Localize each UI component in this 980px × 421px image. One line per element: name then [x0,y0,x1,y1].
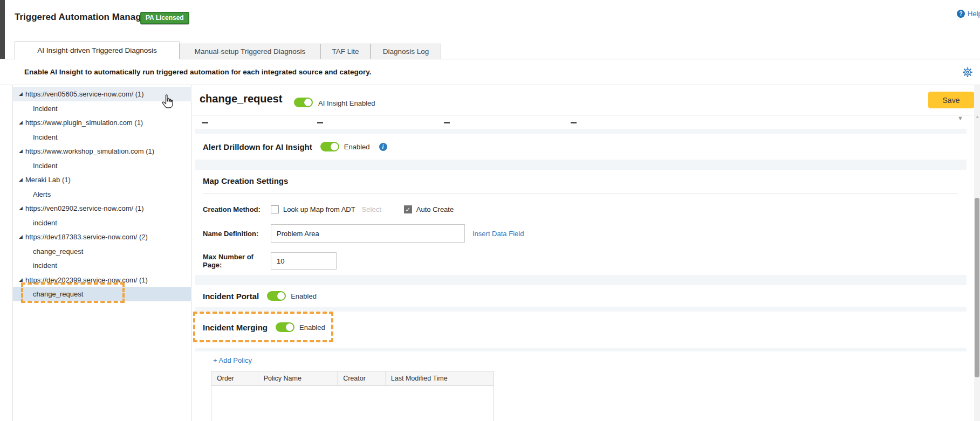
column-last-modified-time: Last Modified Time [386,371,494,385]
tree-expand-icon[interactable]: ◢ [19,273,23,287]
clipped-content-mark [444,122,450,123]
tree-group[interactable]: ◢https://dev202399.service-now.com/ (1) [13,273,191,287]
max-pages-input[interactable] [271,252,337,270]
toggle-knob [304,99,312,106]
clipped-content-mark [202,122,208,123]
ai-insight-toggle[interactable] [294,98,313,107]
tree-group-label: Meraki Lab (1) [25,172,71,187]
tree-group-label: https://ven02902.service-now.com/ (1) [25,201,144,216]
incident-merging-section: Incident Merging Enabled [195,312,967,348]
tree-expand-icon[interactable]: ◢ [19,230,23,244]
name-definition-input[interactable] [271,224,465,243]
ai-insight-toggle-label: AI Insight Enabled [318,99,375,107]
tree-item[interactable]: Incident [13,101,191,116]
tree-expand-icon[interactable]: ◢ [19,115,23,130]
tab-manual-setup-triggered-diagnosis[interactable]: Manual-setup Triggered Diagnosis [180,44,320,59]
tree-group-label: https://dev187383.service-now.com/ (2) [25,230,148,244]
save-button[interactable]: Save [928,92,974,108]
tree-item-label: change_request [33,244,83,259]
vertical-scrollbar-thumb[interactable] [975,198,979,377]
tree-group[interactable]: ◢https://dev187383.service-now.com/ (2) [13,230,191,244]
alert-drilldown-label: Alert Drilldown for AI Insight [203,142,312,151]
info-icon[interactable]: i [379,143,387,151]
gear-icon[interactable] [962,67,973,78]
incident-merging-toggle[interactable] [276,322,294,332]
incident-portal-label: Incident Portal [203,292,259,301]
clipped-content-mark [571,122,577,123]
tree-group-label: https://dev202399.service-now.com/ (1) [25,273,148,287]
incident-merging-state: Enabled [299,323,325,332]
info-bar-text: Enable AI Insight to automatically run t… [24,59,372,85]
lookup-map-label: Look up Map from ADT [283,205,355,213]
clipped-content-mark [317,122,323,123]
tree-item-label: Alerts [33,187,51,202]
tree-item-label: Incident [33,130,58,144]
tab-diagnosis-log[interactable]: Diagnosis Log [371,44,441,59]
tree-group[interactable]: ◢https://ven02902.service-now.com/ (1) [13,201,191,216]
tree-expand-icon[interactable]: ◢ [19,172,23,187]
column-creator: Creator [338,371,386,385]
alert-drilldown-section: Alert Drilldown for AI Insight Enabled i [195,134,967,160]
tree-item-label: incident [33,258,57,273]
alert-drilldown-state: Enabled [344,143,370,151]
tree-item-selected[interactable]: change_request [13,287,191,301]
triggered-automation-manager-window: Triggered Automation Manager PA Licensed… [0,0,980,421]
help-label: Help [968,10,980,18]
toggle-knob [286,323,293,331]
tree-item-label: Incident [33,158,58,173]
incident-portal-state: Enabled [291,292,317,300]
tree-expand-icon[interactable]: ◢ [19,87,23,101]
section-gap [195,129,967,134]
tab-taf-lite[interactable]: TAF Lite [320,44,371,59]
info-bar: Enable AI Insight to automatically run t… [0,59,980,85]
section-gap [195,160,967,170]
name-definition-label: Name Definition: [203,230,271,238]
scroll-indicator-icon: ▼ [957,115,963,121]
content-divider [192,115,974,115]
insert-data-field-link[interactable]: Insert Data Field [472,230,524,238]
tree-item[interactable]: Alerts [13,187,191,202]
incident-portal-section: Incident Portal Enabled [195,285,967,307]
window-edge [0,0,5,59]
policy-table-header: Order Policy Name Creator Last Modified … [211,371,494,386]
tree-group[interactable]: ◢Meraki Lab (1) [13,172,191,187]
section-divider [203,193,958,194]
tab-ai-insight-driven-triggered-diagnosis[interactable]: AI Insight-driven Triggered Diagnosis [15,42,180,59]
toggle-knob [331,143,338,150]
tree-item-label: incident [33,216,57,230]
help-link[interactable]: ? Help [957,10,980,18]
tree-group[interactable]: ◢https://www.plugin_simulation.com (1) [13,115,191,130]
incident-merging-label: Incident Merging [203,323,268,332]
tree-expand-icon[interactable]: ◢ [19,144,23,158]
selected-category-title: change_request [200,93,282,105]
tree-item[interactable]: Incident [13,130,191,144]
alert-drilldown-toggle[interactable] [320,142,339,151]
policy-table-body-empty [211,386,494,421]
creation-method-label: Creation Method: [203,205,271,213]
column-policy-name: Policy Name [258,371,338,385]
map-creation-settings-section: Map Creation Settings Creation Method: L… [195,170,967,275]
tree-expand-icon[interactable]: ◢ [19,201,23,216]
incident-portal-toggle[interactable] [267,291,286,301]
section-gap [195,307,967,312]
tree-item[interactable]: change_request [13,244,191,259]
pa-licensed-badge: PA Licensed [140,12,189,24]
lookup-map-checkbox[interactable] [271,205,279,213]
help-icon: ? [957,10,965,18]
tree-item-label: Incident [33,101,58,116]
tree-item-label: change_request [33,287,83,301]
scrollbar-up-arrow-icon[interactable]: ▲ [975,114,979,119]
auto-create-checkbox[interactable]: ✓ [404,205,412,213]
tree-group[interactable]: ◢https://ven05605.service-now.com/ (1) [13,87,191,101]
tree-group-label: https://ven05605.service-now.com/ (1) [25,87,144,101]
merging-policy-section: + Add Policy Order Policy Name Creator L… [195,351,967,421]
select-link-disabled: Select [362,205,381,213]
add-policy-link[interactable]: + Add Policy [213,356,252,364]
section-gap [195,348,967,351]
tree-item[interactable]: incident [13,258,191,273]
toggle-knob [277,292,285,300]
tree-item[interactable]: Incident [13,158,191,173]
tree-group[interactable]: ◢https://www.workshop_simulation.com (1) [13,144,191,158]
page-title: Triggered Automation Manager [15,12,150,23]
tree-item[interactable]: incident [13,216,191,230]
